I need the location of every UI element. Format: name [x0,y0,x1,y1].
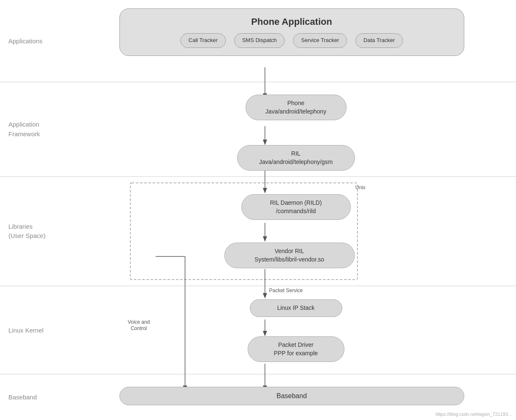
watermark: https://blog.csdn.net/wgxin_721193... [435,412,512,417]
call-tracker-box: Call Tracker [180,33,225,48]
kernel-label: Linux Kernel [8,327,43,334]
linux-ip-wrapper: Linux IP Stack [250,299,342,317]
ril-daemon-text: RIL Daemon (RILD)/commands/rild [270,199,322,214]
vendor-ril-box: Vendor RILSystem/libs/libril-vendor.so [224,243,355,268]
label-framework: ApplicationFramework [0,82,76,177]
phone-application-title: Phone Application [132,16,451,27]
label-baseband: Baseband [0,374,76,420]
service-tracker-box: Service Tracker [293,33,347,48]
data-tracker-box: Data Tracker [355,33,402,48]
ril-java-text: RILJava/android/telephony/gsm [259,150,333,165]
diagram-container: Unix Packet Service Voice and Control Ap… [0,0,516,420]
framework-label: ApplicationFramework [8,120,40,139]
packet-driver-text: Packet DriverPPP for example [274,341,318,357]
sub-apps: Call Tracker SMS Dispatch Service Tracke… [132,33,451,48]
applications-label: Applications [8,37,42,45]
phone-java-wrapper: PhoneJava/android/telephony [246,95,347,120]
packet-driver-wrapper: Packet DriverPPP for example [248,336,344,362]
baseband-box: Baseband [119,387,464,405]
label-kernel: Linux Kernel [0,286,76,374]
baseband-label: Baseband [8,394,37,401]
linux-ip-box: Linux IP Stack [250,299,342,317]
ril-daemon-box: RIL Daemon (RILD)/commands/rild [241,194,351,220]
ril-daemon-wrapper: RIL Daemon (RILD)/commands/rild [241,194,351,220]
sms-dispatch-box: SMS Dispatch [234,33,285,48]
phone-java-text: PhoneJava/android/telephony [265,100,326,115]
libraries-label: Libraries(User Space) [8,222,45,241]
layer-labels: Applications ApplicationFramework Librar… [0,0,76,420]
vendor-ril-wrapper: Vendor RILSystem/libs/libril-vendor.so [224,243,355,268]
label-applications: Applications [0,0,76,82]
ril-java-box: RILJava/android/telephony/gsm [237,145,355,171]
packet-driver-box: Packet DriverPPP for example [248,336,344,362]
baseband-wrapper: Baseband [76,387,508,405]
label-libraries: Libraries(User Space) [0,177,76,286]
applications-layer: Phone Application Call Tracker SMS Dispa… [76,8,508,56]
vendor-ril-text: Vendor RILSystem/libs/libril-vendor.so [254,248,324,263]
phone-java-box: PhoneJava/android/telephony [246,95,347,120]
ril-java-wrapper: RILJava/android/telephony/gsm [237,145,355,171]
diagram-main: Phone Application Call Tracker SMS Dispa… [76,0,516,420]
phone-application-box: Phone Application Call Tracker SMS Dispa… [119,8,464,56]
